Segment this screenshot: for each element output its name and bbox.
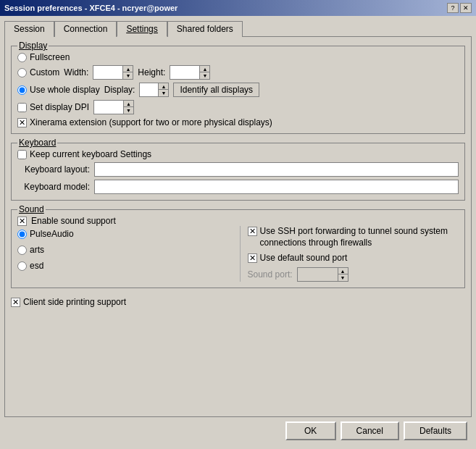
title-bar: Session preferences - XFCE4 - ncryer@pow…	[0, 0, 476, 16]
display-num-up-arrow[interactable]: ▲	[159, 83, 168, 90]
tab-session[interactable]: Session	[4, 21, 54, 37]
sound-port-up-arrow[interactable]: ▲	[338, 268, 348, 274]
display-num-down-arrow[interactable]: ▼	[159, 90, 168, 96]
height-spinner: 600 ▲ ▼	[170, 65, 210, 80]
default-port-label: Use default sound port	[260, 253, 348, 263]
fullscreen-row: Fullscreen	[17, 52, 459, 62]
height-down-arrow[interactable]: ▼	[200, 72, 209, 79]
keyboard-layout-label: Keyboard layout:	[17, 164, 90, 175]
enable-sound-label: Enable sound support	[31, 216, 116, 226]
custom-radio-label[interactable]: Custom	[17, 67, 59, 77]
title-buttons: ? ✕	[447, 3, 472, 13]
keyboard-model-input[interactable]: pc105/de	[94, 180, 459, 194]
arts-radio-label[interactable]: arts	[17, 245, 44, 255]
sound-group: Sound ✕ Enable sound support PulseAudio	[11, 209, 465, 288]
sound-options-grid: PulseAudio arts esd	[17, 226, 459, 282]
custom-radio[interactable]	[17, 68, 27, 77]
arts-radio[interactable]	[17, 246, 27, 255]
dpi-down-arrow[interactable]: ▼	[124, 107, 133, 114]
set-dpi-row: Set display DPI 96 ▲ ▼	[17, 100, 459, 114]
printing-label: Client side printing support	[23, 297, 126, 307]
set-dpi-checkbox-label[interactable]: Set display DPI	[17, 102, 89, 112]
cancel-button[interactable]: Cancel	[341, 421, 399, 440]
sound-port-row: Sound port: 4713 ▲ ▼	[248, 267, 459, 282]
display-number-input[interactable]: 3	[140, 84, 158, 96]
keyboard-layout-row: Keyboard layout: de	[17, 162, 459, 177]
sound-group-label: Sound	[17, 204, 46, 214]
keyboard-layout-input[interactable]: de	[94, 162, 459, 177]
height-up-arrow[interactable]: ▲	[200, 66, 209, 72]
ok-button[interactable]: OK	[285, 421, 336, 440]
esd-radio-label[interactable]: esd	[17, 261, 43, 271]
tab-bar: Session Connection Settings Shared folde…	[4, 20, 472, 36]
tab-settings[interactable]: Settings	[117, 21, 167, 37]
width-spinner: 800 ▲ ▼	[93, 65, 133, 80]
whole-display-row: Use whole display Display: 3 ▲ ▼ Identif…	[17, 83, 459, 97]
main-window: Session Connection Settings Shared folde…	[0, 16, 476, 449]
custom-row: Custom Width: 800 ▲ ▼ Height: 600 ▲ ▼	[17, 65, 459, 80]
sound-forwarding: ✕ Use SSH port forwarding to tunnel soun…	[240, 226, 459, 282]
xinerama-row: ✕ Xinerama extension (support for two or…	[17, 117, 459, 127]
sound-port-input[interactable]: 4713	[298, 269, 338, 280]
height-input[interactable]: 600	[170, 67, 199, 78]
title-text: Session preferences - XFCE4 - ncryer@pow…	[4, 4, 178, 12]
close-button[interactable]: ✕	[460, 3, 472, 13]
sound-port-label: Sound port:	[248, 269, 293, 280]
keyboard-group: Keyboard Keep current keyboard Settings …	[11, 143, 465, 201]
dpi-spinner: 96 ▲ ▼	[93, 100, 134, 114]
whole-display-radio-label[interactable]: Use whole display	[17, 85, 100, 95]
sound-port-down-arrow[interactable]: ▼	[338, 274, 348, 281]
sound-port-spinner: 4713 ▲ ▼	[297, 267, 348, 282]
pulseaudio-radio[interactable]	[17, 230, 27, 239]
keyboard-group-label: Keyboard	[17, 138, 57, 148]
dpi-input[interactable]: 96	[94, 101, 123, 113]
default-port-checkbox[interactable]: ✕	[248, 253, 257, 263]
esd-row: esd	[17, 261, 237, 271]
display-number-spinner: 3 ▲ ▼	[139, 83, 169, 97]
keep-keyboard-checkbox-label[interactable]: Keep current keyboard Settings	[17, 149, 151, 159]
content-area: Display Fullscreen Custom Width: 800	[4, 36, 472, 417]
ssh-forwarding-row: ✕ Use SSH port forwarding to tunnel soun…	[248, 226, 459, 248]
tab-connection[interactable]: Connection	[54, 21, 117, 37]
width-input[interactable]: 800	[93, 67, 122, 78]
bottom-buttons: OK Cancel Defaults	[4, 417, 472, 445]
arts-row: arts	[17, 245, 237, 255]
dpi-up-arrow[interactable]: ▲	[124, 101, 133, 107]
printing-row: ✕ Client side printing support	[11, 297, 465, 307]
xinerama-checkbox[interactable]: ✕	[17, 118, 27, 127]
whole-display-radio[interactable]	[17, 85, 27, 95]
display-group: Display Fullscreen Custom Width: 800	[11, 46, 465, 134]
width-down-arrow[interactable]: ▼	[123, 72, 133, 79]
enable-sound-row: ✕ Enable sound support	[17, 216, 459, 226]
keep-keyboard-row: Keep current keyboard Settings	[17, 149, 459, 159]
width-up-arrow[interactable]: ▲	[123, 66, 133, 72]
tab-shared-folders[interactable]: Shared folders	[167, 21, 243, 37]
ssh-forwarding-checkbox[interactable]: ✕	[248, 227, 257, 236]
keep-keyboard-checkbox[interactable]	[17, 150, 27, 159]
ssh-forwarding-label: Use SSH port forwarding to tunnel sound …	[260, 226, 459, 248]
sound-engines: PulseAudio arts esd	[17, 226, 237, 282]
pulseaudio-radio-label[interactable]: PulseAudio	[17, 229, 74, 239]
fullscreen-radio[interactable]	[17, 53, 27, 62]
keyboard-model-label: Keyboard model:	[17, 182, 90, 192]
identify-displays-button[interactable]: Identify all displays	[173, 83, 259, 97]
esd-radio[interactable]	[17, 261, 27, 271]
fullscreen-radio-label[interactable]: Fullscreen	[17, 52, 70, 62]
printing-checkbox[interactable]: ✕	[11, 298, 20, 307]
defaults-button[interactable]: Defaults	[404, 421, 467, 440]
keyboard-model-row: Keyboard model: pc105/de	[17, 180, 459, 194]
pulseaudio-row: PulseAudio	[17, 229, 237, 239]
enable-sound-checkbox[interactable]: ✕	[17, 217, 27, 226]
set-dpi-checkbox[interactable]	[17, 103, 27, 112]
default-port-row: ✕ Use default sound port	[248, 253, 459, 263]
display-group-label: Display	[17, 41, 49, 51]
help-button[interactable]: ?	[447, 3, 459, 13]
xinerama-label: Xinerama extension (support for two or m…	[30, 117, 272, 127]
